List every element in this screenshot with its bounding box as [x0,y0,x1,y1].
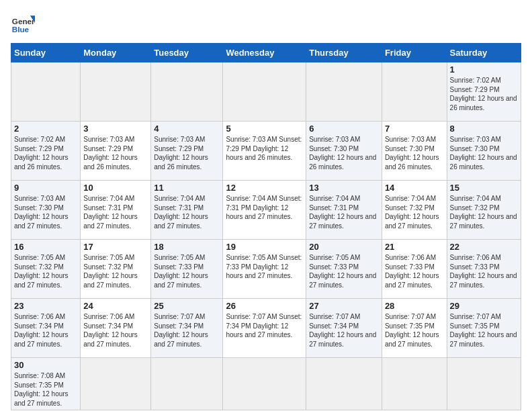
day-number: 26 [226,301,303,311]
calendar-cell: 15Sunrise: 7:04 AM Sunset: 7:32 PM Dayli… [447,181,521,240]
day-info: Sunrise: 7:04 AM Sunset: 7:31 PM Dayligh… [226,194,303,222]
day-info: Sunrise: 7:04 AM Sunset: 7:31 PM Dayligh… [154,194,220,230]
calendar-cell: 8Sunrise: 7:03 AM Sunset: 7:30 PM Daylig… [447,122,521,181]
day-number: 21 [385,242,444,252]
calendar-cell: 27Sunrise: 7:07 AM Sunset: 7:34 PM Dayli… [306,299,382,358]
calendar-cell [306,358,382,410]
calendar-cell: 17Sunrise: 7:05 AM Sunset: 7:32 PM Dayli… [81,240,151,299]
column-header-monday: Monday [81,44,151,62]
day-info: Sunrise: 7:05 AM Sunset: 7:32 PM Dayligh… [14,253,77,289]
calendar-header: General Blue [11,11,521,35]
day-number: 16 [14,242,77,252]
day-number: 12 [226,183,303,193]
calendar-cell: 18Sunrise: 7:05 AM Sunset: 7:33 PM Dayli… [151,240,223,299]
calendar-header-row: SundayMondayTuesdayWednesdayThursdayFrid… [11,44,521,62]
column-header-friday: Friday [382,44,447,62]
calendar-cell: 4Sunrise: 7:03 AM Sunset: 7:29 PM Daylig… [151,122,223,181]
day-number: 4 [154,124,220,134]
calendar-cell [11,62,81,122]
day-info: Sunrise: 7:05 AM Sunset: 7:33 PM Dayligh… [226,253,303,281]
day-info: Sunrise: 7:05 AM Sunset: 7:33 PM Dayligh… [309,253,379,289]
calendar-cell: 12Sunrise: 7:04 AM Sunset: 7:31 PM Dayli… [223,181,306,240]
day-info: Sunrise: 7:07 AM Sunset: 7:34 PM Dayligh… [309,312,379,349]
column-header-thursday: Thursday [306,44,382,62]
day-number: 25 [154,301,220,311]
column-header-tuesday: Tuesday [151,44,223,62]
day-info: Sunrise: 7:03 AM Sunset: 7:30 PM Dayligh… [385,135,444,171]
day-number: 7 [385,124,444,134]
day-number: 29 [450,301,518,311]
day-info: Sunrise: 7:04 AM Sunset: 7:31 PM Dayligh… [309,194,379,230]
calendar-cell: 11Sunrise: 7:04 AM Sunset: 7:31 PM Dayli… [151,181,223,240]
calendar-cell: 21Sunrise: 7:06 AM Sunset: 7:33 PM Dayli… [382,240,447,299]
day-info: Sunrise: 7:07 AM Sunset: 7:35 PM Dayligh… [385,312,444,349]
calendar-cell [81,62,151,122]
calendar-cell: 14Sunrise: 7:04 AM Sunset: 7:32 PM Dayli… [382,181,447,240]
day-number: 14 [385,183,444,193]
day-info: Sunrise: 7:06 AM Sunset: 7:33 PM Dayligh… [385,253,444,289]
calendar-body: 1Sunrise: 7:02 AM Sunset: 7:29 PM Daylig… [11,62,521,410]
calendar-cell: 25Sunrise: 7:07 AM Sunset: 7:34 PM Dayli… [151,299,223,358]
day-info: Sunrise: 7:07 AM Sunset: 7:34 PM Dayligh… [226,312,303,340]
day-number: 15 [450,183,518,193]
day-info: Sunrise: 7:05 AM Sunset: 7:32 PM Dayligh… [83,253,148,289]
day-number: 3 [83,124,148,134]
day-number: 28 [385,301,444,311]
calendar-cell [81,358,151,410]
day-number: 22 [450,242,518,252]
day-number: 13 [309,183,379,193]
day-info: Sunrise: 7:02 AM Sunset: 7:29 PM Dayligh… [450,76,518,112]
day-number: 9 [14,183,77,193]
day-info: Sunrise: 7:04 AM Sunset: 7:32 PM Dayligh… [385,194,444,230]
day-number: 1 [450,64,518,75]
logo: General Blue [11,11,35,35]
day-info: Sunrise: 7:06 AM Sunset: 7:34 PM Dayligh… [14,312,77,349]
calendar-cell [447,358,521,410]
day-number: 30 [14,360,77,370]
logo-icon: General Blue [11,11,35,35]
day-info: Sunrise: 7:02 AM Sunset: 7:29 PM Dayligh… [14,135,77,171]
day-number: 17 [83,242,148,252]
calendar-cell [151,62,223,122]
day-info: Sunrise: 7:04 AM Sunset: 7:32 PM Dayligh… [450,194,518,230]
calendar-cell: 9Sunrise: 7:03 AM Sunset: 7:30 PM Daylig… [11,181,81,240]
day-number: 5 [226,124,303,134]
column-header-wednesday: Wednesday [223,44,306,62]
day-info: Sunrise: 7:03 AM Sunset: 7:29 PM Dayligh… [226,135,303,163]
day-info: Sunrise: 7:07 AM Sunset: 7:34 PM Dayligh… [154,312,220,349]
day-number: 11 [154,183,220,193]
svg-text:Blue: Blue [12,25,30,34]
calendar-cell: 20Sunrise: 7:05 AM Sunset: 7:33 PM Dayli… [306,240,382,299]
column-header-saturday: Saturday [447,44,521,62]
day-number: 24 [83,301,148,311]
calendar-cell: 19Sunrise: 7:05 AM Sunset: 7:33 PM Dayli… [223,240,306,299]
calendar-cell: 23Sunrise: 7:06 AM Sunset: 7:34 PM Dayli… [11,299,81,358]
day-info: Sunrise: 7:06 AM Sunset: 7:34 PM Dayligh… [83,312,148,349]
day-number: 8 [450,124,518,134]
calendar-cell: 3Sunrise: 7:03 AM Sunset: 7:29 PM Daylig… [81,122,151,181]
calendar-cell [382,358,447,410]
calendar-cell: 26Sunrise: 7:07 AM Sunset: 7:34 PM Dayli… [223,299,306,358]
calendar-cell: 24Sunrise: 7:06 AM Sunset: 7:34 PM Dayli… [81,299,151,358]
day-info: Sunrise: 7:05 AM Sunset: 7:33 PM Dayligh… [154,253,220,289]
day-number: 20 [309,242,379,252]
calendar-table: SundayMondayTuesdayWednesdayThursdayFrid… [11,43,521,410]
calendar-cell: 13Sunrise: 7:04 AM Sunset: 7:31 PM Dayli… [306,181,382,240]
calendar-cell: 30Sunrise: 7:08 AM Sunset: 7:35 PM Dayli… [11,358,81,410]
day-number: 18 [154,242,220,252]
day-info: Sunrise: 7:06 AM Sunset: 7:33 PM Dayligh… [450,253,518,289]
calendar-cell: 28Sunrise: 7:07 AM Sunset: 7:35 PM Dayli… [382,299,447,358]
calendar-cell [382,62,447,122]
day-number: 19 [226,242,303,252]
calendar-cell: 5Sunrise: 7:03 AM Sunset: 7:29 PM Daylig… [223,122,306,181]
day-number: 6 [309,124,379,134]
calendar-cell [151,358,223,410]
calendar-cell: 2Sunrise: 7:02 AM Sunset: 7:29 PM Daylig… [11,122,81,181]
calendar-cell: 1Sunrise: 7:02 AM Sunset: 7:29 PM Daylig… [447,62,521,122]
calendar-cell: 22Sunrise: 7:06 AM Sunset: 7:33 PM Dayli… [447,240,521,299]
calendar-cell: 16Sunrise: 7:05 AM Sunset: 7:32 PM Dayli… [11,240,81,299]
day-info: Sunrise: 7:04 AM Sunset: 7:31 PM Dayligh… [83,194,148,230]
calendar-cell [306,62,382,122]
day-info: Sunrise: 7:03 AM Sunset: 7:30 PM Dayligh… [309,135,379,171]
day-info: Sunrise: 7:03 AM Sunset: 7:30 PM Dayligh… [14,194,77,230]
